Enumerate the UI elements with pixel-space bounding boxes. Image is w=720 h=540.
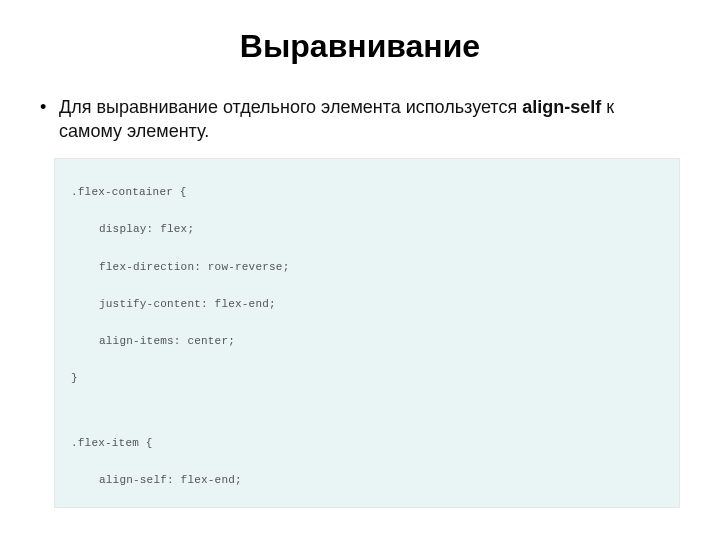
code-selector-1: .flex-container { <box>71 184 669 202</box>
code-rule-justify-content: justify-content: flex-end; <box>71 296 669 314</box>
example-frame: .flex-container { display: flex; flex-di… <box>54 158 680 508</box>
bullet-bold: align-self <box>522 97 601 117</box>
code-rule-display: display: flex; <box>71 221 669 239</box>
bullet-item: • Для выравнивание отдельного элемента и… <box>0 81 720 152</box>
bullet-prefix: Для выравнивание отдельного элемента исп… <box>59 97 522 117</box>
code-blank <box>71 407 669 415</box>
slide-title: Выравнивание <box>0 0 720 81</box>
code-close-1: } <box>71 370 669 388</box>
code-rule-align-items: align-items: center; <box>71 333 669 351</box>
code-rule-flex-direction: flex-direction: row-reverse; <box>71 259 669 277</box>
bullet-text: Для выравнивание отдельного элемента исп… <box>59 95 675 144</box>
code-selector-2: .flex-item { <box>71 435 669 453</box>
code-rule-align-self: align-self: flex-end; <box>71 472 669 490</box>
code-block: .flex-container { display: flex; flex-di… <box>55 159 679 508</box>
bullet-marker: • <box>40 95 54 119</box>
